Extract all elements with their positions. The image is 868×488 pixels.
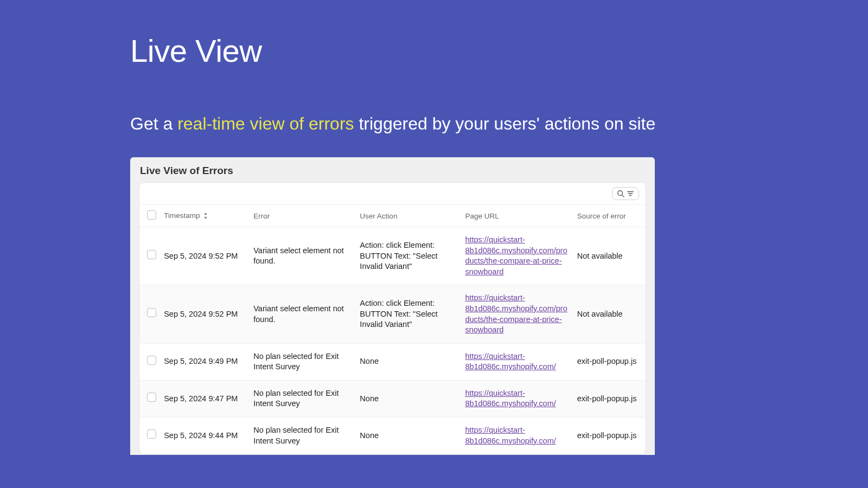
checkbox-icon <box>147 210 156 220</box>
row-checkbox-cell[interactable] <box>139 417 159 454</box>
cell-page-url: https://quickstart-8b1d086c.myshopify.co… <box>461 380 572 417</box>
cell-error: No plan selected for Exit Intent Survey <box>249 417 355 454</box>
cell-source: exit-poll-popup.js <box>573 380 646 417</box>
cell-user-action: None <box>355 343 461 380</box>
header-user-action[interactable]: User Action <box>355 205 461 227</box>
hero-title: Live View <box>130 33 738 69</box>
table-row[interactable]: Sep 5, 2024 9:52 PMVariant select elemen… <box>139 227 646 285</box>
hero-sub-highlight: real-time view of errors <box>177 114 354 133</box>
filter-icon <box>627 190 634 197</box>
header-page-url[interactable]: Page URL <box>461 205 572 227</box>
table-row[interactable]: Sep 5, 2024 9:52 PMVariant select elemen… <box>139 285 646 343</box>
cell-timestamp: Sep 5, 2024 9:52 PM <box>159 285 249 343</box>
cell-user-action: Action: click Element: BUTTON Text: "Sel… <box>355 227 461 285</box>
cell-source: exit-poll-popup.js <box>573 343 646 380</box>
cell-timestamp: Sep 5, 2024 9:52 PM <box>159 227 249 285</box>
cell-error: No plan selected for Exit Intent Survey <box>249 380 355 417</box>
table-row[interactable]: Sep 5, 2024 9:44 PMNo plan selected for … <box>139 417 646 454</box>
row-checkbox-cell[interactable] <box>139 380 159 417</box>
checkbox-icon <box>147 250 156 259</box>
cell-page-url: https://quickstart-8b1d086c.myshopify.co… <box>461 285 572 343</box>
header-select-all[interactable] <box>139 205 159 227</box>
cell-user-action: None <box>355 380 461 417</box>
checkbox-icon <box>147 393 156 402</box>
search-filter-button[interactable] <box>612 187 639 200</box>
header-error[interactable]: Error <box>249 205 355 227</box>
cell-error: Variant select element not found. <box>249 227 355 285</box>
table-row[interactable]: Sep 5, 2024 9:49 PMNo plan selected for … <box>139 343 646 380</box>
checkbox-icon <box>147 429 156 439</box>
page-url-link[interactable]: https://quickstart-8b1d086c.myshopify.co… <box>465 389 556 408</box>
cell-error: Variant select element not found. <box>249 285 355 343</box>
checkbox-icon <box>147 356 156 365</box>
cell-page-url: https://quickstart-8b1d086c.myshopify.co… <box>461 417 572 454</box>
hero-subtitle: Get a real-time view of errors triggered… <box>130 112 738 136</box>
errors-table: Timestamp Error User Action Page URL Sou… <box>139 205 646 454</box>
table-toolbar <box>139 183 646 205</box>
cell-user-action: None <box>355 417 461 454</box>
sort-icon <box>203 213 208 220</box>
errors-panel: Live View of Errors <box>130 157 655 455</box>
header-timestamp[interactable]: Timestamp <box>159 205 249 227</box>
page-url-link[interactable]: https://quickstart-8b1d086c.myshopify.co… <box>465 352 556 371</box>
page-url-link[interactable]: https://quickstart-8b1d086c.myshopify.co… <box>465 235 567 276</box>
header-source[interactable]: Source of error <box>573 205 646 227</box>
cell-source: exit-poll-popup.js <box>573 417 646 454</box>
errors-card: Timestamp Error User Action Page URL Sou… <box>139 182 646 455</box>
header-timestamp-label: Timestamp <box>164 211 200 220</box>
cell-page-url: https://quickstart-8b1d086c.myshopify.co… <box>461 343 572 380</box>
cell-error: No plan selected for Exit Intent Survey <box>249 343 355 380</box>
cell-source: Not available <box>573 285 646 343</box>
row-checkbox-cell[interactable] <box>139 285 159 343</box>
table-row[interactable]: Sep 5, 2024 9:47 PMNo plan selected for … <box>139 380 646 417</box>
hero-sub-prefix: Get a <box>130 114 177 133</box>
page-url-link[interactable]: https://quickstart-8b1d086c.myshopify.co… <box>465 293 567 334</box>
svg-line-1 <box>622 195 624 197</box>
page-url-link[interactable]: https://quickstart-8b1d086c.myshopify.co… <box>465 426 556 445</box>
table-header-row: Timestamp Error User Action Page URL Sou… <box>139 205 646 227</box>
hero-sub-suffix: triggered by your users' actions on site <box>354 114 656 133</box>
cell-timestamp: Sep 5, 2024 9:44 PM <box>159 417 249 454</box>
cell-timestamp: Sep 5, 2024 9:47 PM <box>159 380 249 417</box>
panel-title: Live View of Errors <box>130 157 655 182</box>
cell-source: Not available <box>573 227 646 285</box>
cell-page-url: https://quickstart-8b1d086c.myshopify.co… <box>461 227 572 285</box>
cell-user-action: Action: click Element: BUTTON Text: "Sel… <box>355 285 461 343</box>
row-checkbox-cell[interactable] <box>139 343 159 380</box>
cell-timestamp: Sep 5, 2024 9:49 PM <box>159 343 249 380</box>
row-checkbox-cell[interactable] <box>139 227 159 285</box>
search-icon <box>617 190 624 197</box>
checkbox-icon <box>147 308 156 317</box>
